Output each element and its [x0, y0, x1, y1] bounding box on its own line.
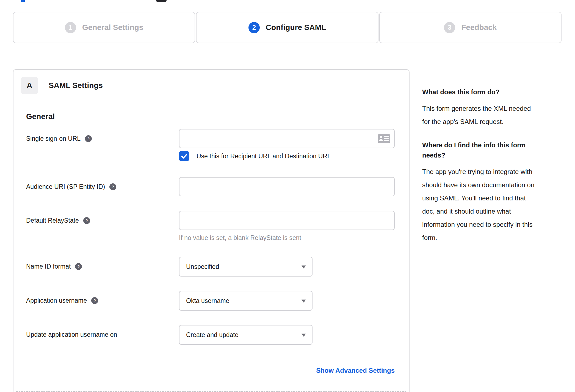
cutoff-toggle-fragment — [156, 0, 167, 2]
help-sidebar: What does this form do? This form genera… — [422, 69, 560, 256]
application-username-label: Application username — [26, 297, 87, 304]
chevron-down-icon — [302, 300, 306, 303]
help-icon[interactable]: ? — [109, 183, 116, 190]
update-username-select[interactable]: Create and update — [179, 325, 313, 345]
help-icon[interactable]: ? — [85, 135, 92, 142]
show-advanced-settings-link[interactable]: Show Advanced Settings — [316, 367, 395, 374]
nameid-format-value: Unspecified — [186, 263, 219, 270]
page: 1 General Settings 2 Configure SAML 3 Fe… — [0, 0, 575, 392]
step-1-label: General Settings — [82, 23, 143, 32]
step-feedback[interactable]: 3 Feedback — [379, 12, 562, 43]
cutoff-app-logo-fragment — [21, 0, 25, 2]
recipient-url-checkbox-label: Use this for Recipient URL and Destinati… — [197, 153, 331, 160]
help-icon[interactable]: ? — [83, 217, 90, 224]
audience-uri-input[interactable] — [179, 177, 395, 196]
step-general-settings[interactable]: 1 General Settings — [13, 12, 195, 43]
step-configure-saml[interactable]: 2 Configure SAML — [196, 12, 378, 43]
contact-card-icon[interactable] — [378, 134, 390, 143]
relaystate-row: Default RelayState ? If no value is set,… — [13, 211, 409, 242]
general-section-title: General — [26, 112, 409, 121]
saml-settings-panel: A SAML Settings General Single sign-on U… — [13, 69, 410, 392]
sso-url-label: Single sign-on URL — [26, 135, 81, 142]
step-1-number-badge: 1 — [65, 22, 76, 33]
relaystate-hint: If no value is set, a blank RelayState i… — [179, 234, 395, 242]
step-2-number-badge: 2 — [248, 22, 260, 33]
sidebar-heading-where: Where do I find the info this form needs… — [422, 140, 560, 160]
application-username-row: Application username ? Okta username — [13, 291, 409, 311]
update-username-value: Create and update — [186, 331, 239, 339]
chevron-down-icon — [302, 266, 306, 269]
relaystate-input[interactable] — [179, 211, 395, 230]
sidebar-heading-what: What does this form do? — [422, 87, 560, 97]
step-2-label: Configure SAML — [266, 23, 326, 32]
sso-url-input-wrap — [179, 129, 395, 148]
nameid-format-select[interactable]: Unspecified — [179, 257, 313, 277]
sidebar-body-where: The app you're trying to integrate with … — [422, 165, 560, 244]
chevron-down-icon — [302, 334, 306, 337]
panel-header: A SAML Settings — [21, 77, 409, 94]
use-for-recipient-checkbox[interactable] — [179, 151, 189, 161]
relaystate-label: Default RelayState — [26, 217, 79, 224]
nameid-format-row: Name ID format ? Unspecified — [13, 257, 409, 277]
update-username-row: Update application username on Create an… — [13, 325, 409, 345]
main-content: A SAML Settings General Single sign-on U… — [13, 69, 560, 392]
panel-title: SAML Settings — [49, 81, 103, 90]
nameid-format-label: Name ID format — [26, 263, 71, 270]
wizard-stepper: 1 General Settings 2 Configure SAML 3 Fe… — [13, 12, 562, 43]
application-username-select[interactable]: Okta username — [179, 291, 313, 311]
help-icon[interactable]: ? — [75, 263, 82, 270]
audience-uri-label: Audience URI (SP Entity ID) — [26, 183, 105, 191]
step-3-label: Feedback — [461, 23, 497, 32]
section-divider — [16, 391, 406, 392]
application-username-value: Okta username — [186, 297, 229, 305]
step-3-number-badge: 3 — [444, 22, 455, 33]
sso-url-row: Single sign-on URL ? — [13, 129, 409, 161]
sso-url-input[interactable] — [179, 129, 395, 148]
advanced-settings-row: Show Advanced Settings — [13, 367, 395, 374]
checkmark-icon — [181, 153, 188, 160]
section-a-badge: A — [21, 77, 38, 94]
update-username-label: Update application username on — [26, 331, 117, 338]
help-icon[interactable]: ? — [91, 297, 98, 304]
audience-uri-row: Audience URI (SP Entity ID) ? — [13, 177, 409, 196]
recipient-url-checkbox-row: Use this for Recipient URL and Destinati… — [179, 151, 395, 161]
sidebar-body-what: This form generates the XML needed for t… — [422, 102, 560, 128]
